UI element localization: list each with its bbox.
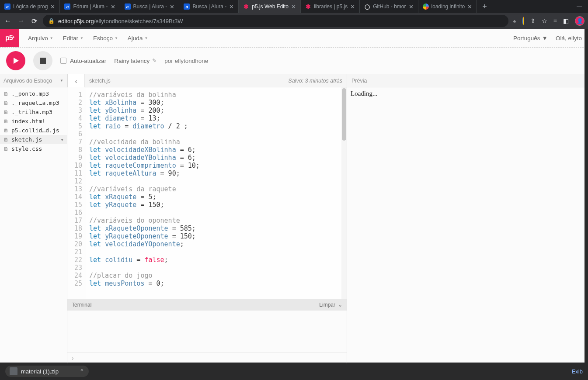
file-item[interactable]: 🗎style.css xyxy=(0,144,67,153)
bookmark-icon[interactable]: ☆ xyxy=(542,17,547,24)
file-icon: 🗎 xyxy=(3,146,9,152)
menu-ajuda[interactable]: Ajuda▼ xyxy=(128,35,148,41)
browser-tab[interactable]: aLógica de prog✕ xyxy=(0,0,60,13)
alura-favicon: a xyxy=(184,3,190,10)
app-topbar: p5* Arquivo▼Editar▼Esboço▼Ajuda▼ Portugu… xyxy=(0,29,588,47)
chevron-up-icon[interactable]: ⌃ xyxy=(80,368,84,375)
file-item[interactable]: 🗎._raquet…a.mp3 xyxy=(0,98,67,107)
sidebar-header[interactable]: Arquivos do Esboço ▼ xyxy=(0,74,67,87)
url-host: editor.p5js.org xyxy=(58,18,94,24)
chevron-down-icon: ▼ xyxy=(144,36,148,40)
browser-addressbar: ← → ⟳ 🔒 editor.p5js.org/ellytondhone/ske… xyxy=(0,13,588,29)
file-item[interactable]: 🗎p5.collid…d.js xyxy=(0,126,67,135)
reload-button[interactable]: ⟳ xyxy=(30,17,38,25)
menu-esboço[interactable]: Esboço▼ xyxy=(93,35,118,41)
console: Terminal Limpar ⌄ › xyxy=(67,299,347,363)
url-field[interactable]: 🔒 editor.p5js.org/ellytondhone/sketches/… xyxy=(43,15,508,27)
reading-list-icon[interactable]: ≡ xyxy=(553,17,557,24)
author-link[interactable]: ellytondhone xyxy=(175,58,209,64)
share-icon[interactable]: ⇪ xyxy=(530,17,536,24)
alura-favicon: a xyxy=(64,3,70,10)
close-icon[interactable]: ✕ xyxy=(50,3,55,10)
file-icon: 🗎 xyxy=(3,100,9,106)
url-path: /ellytondhone/sketches/7s349Br3W xyxy=(94,18,183,24)
language-selector[interactable]: Português▼ xyxy=(513,35,548,41)
auto-refresh-toggle[interactable]: Auto-atualizar xyxy=(60,58,106,64)
browser-tab[interactable]: aBusca | Alura -✕ xyxy=(179,0,239,13)
code-editor[interactable]: 1234567891011121314151617181920212223242… xyxy=(67,87,347,299)
p5-editor-app: p5* Arquivo▼Editar▼Esboço▼Ajuda▼ Portugu… xyxy=(0,29,588,363)
browser-tab[interactable]: loading infinito✕ xyxy=(418,0,477,13)
sketch-name[interactable]: Rainy latency xyxy=(114,58,150,64)
forward-button[interactable]: → xyxy=(17,17,25,25)
browser-tab[interactable]: ✱libraries | p5.js✕ xyxy=(301,0,360,13)
file-item[interactable]: 🗎._trilha.mp3 xyxy=(0,107,67,117)
code-area[interactable]: //variáveis da bolinhalet xBolinha = 300… xyxy=(86,87,347,299)
file-item[interactable]: 🗎sketch.js▼ xyxy=(0,135,67,144)
chevron-down-icon: ⌄ xyxy=(338,302,342,308)
menu-arquivo[interactable]: Arquivo▼ xyxy=(28,35,53,41)
console-input[interactable]: › xyxy=(67,352,347,363)
checkbox-icon xyxy=(60,58,66,64)
browser-tabbar: aLógica de prog✕aFórum | Alura -✕aBusca … xyxy=(0,0,588,13)
line-gutter: 1234567891011121314151617181920212223242… xyxy=(67,87,86,299)
close-icon[interactable]: ✕ xyxy=(170,3,174,10)
editor-scrollbar[interactable] xyxy=(341,87,347,299)
profile-avatar[interactable]: 👤 xyxy=(575,16,585,26)
download-show-all[interactable]: Exib xyxy=(572,368,583,375)
stop-button[interactable] xyxy=(33,51,52,70)
tab-title: loading infinito xyxy=(431,3,465,10)
panel-icon[interactable]: ◧ xyxy=(563,17,569,24)
save-status: Salvo: 3 minutos atrás xyxy=(288,78,342,84)
p5-favicon: ✱ xyxy=(243,3,249,10)
browser-tab[interactable]: ✱p5.js Web Edito✕ xyxy=(239,0,301,13)
preview-body: Loading... xyxy=(347,87,588,363)
chevron-down-icon: ▼ xyxy=(80,36,84,40)
collapse-sidebar-button[interactable]: ‹ xyxy=(67,74,85,87)
user-greeting[interactable]: Olá, ellyto xyxy=(556,35,582,41)
tab-title: Fórum | Alura - xyxy=(73,3,108,10)
chevron-down-icon: ▼ xyxy=(60,79,63,83)
edit-icon[interactable]: ✎ xyxy=(152,58,157,64)
page-scrollbar[interactable] xyxy=(585,29,588,363)
close-icon[interactable]: ✕ xyxy=(467,3,472,10)
console-clear-button[interactable]: Limpar ⌄ xyxy=(319,302,342,308)
close-icon[interactable]: ✕ xyxy=(229,3,234,10)
chevron-down-icon: ▼ xyxy=(50,36,53,40)
toolbar: Auto-atualizar Rainy latency ✎ por ellyt… xyxy=(0,48,588,74)
menu-editar[interactable]: Editar▼ xyxy=(63,35,84,41)
alura-favicon: a xyxy=(125,3,131,10)
console-output xyxy=(67,311,347,352)
tab-title: Busca | Alura - xyxy=(192,3,226,10)
tab-title: GitHub - bmor xyxy=(373,3,406,10)
browser-tab[interactable]: aFórum | Alura -✕ xyxy=(60,0,120,13)
tab-title: libraries | p5.js xyxy=(314,3,348,10)
back-button[interactable]: ← xyxy=(3,17,12,25)
close-icon[interactable]: ✕ xyxy=(409,3,414,10)
file-item[interactable]: 🗎._ponto.mp3 xyxy=(0,89,67,98)
play-button[interactable] xyxy=(6,51,25,70)
close-icon[interactable]: ✕ xyxy=(111,3,115,10)
window-minimize[interactable]: ― xyxy=(577,3,582,10)
alura-favicon: a xyxy=(4,3,10,10)
tab-title: Busca | Alura - xyxy=(133,3,167,10)
file-icon: 🗎 xyxy=(3,137,9,143)
p5-logo[interactable]: p5* xyxy=(0,29,19,47)
browser-tab[interactable]: ◯GitHub - bmor✕ xyxy=(360,0,418,13)
cast-icon[interactable]: ⟐ xyxy=(513,18,516,24)
current-file: sketch.js xyxy=(89,78,111,84)
preview-header: Prévia xyxy=(347,74,588,87)
close-icon[interactable]: ✕ xyxy=(291,3,296,10)
file-sidebar: Arquivos do Esboço ▼ 🗎._ponto.mp3🗎._raqu… xyxy=(0,74,67,363)
file-item[interactable]: 🗎index.html xyxy=(0,117,67,126)
window-controls: ― xyxy=(571,3,588,10)
browser-tab[interactable]: aBusca | Alura -✕ xyxy=(120,0,180,13)
new-tab-button[interactable]: + xyxy=(477,2,492,11)
gh-favicon: ◯ xyxy=(364,3,370,10)
chevron-down-icon[interactable]: ▼ xyxy=(61,138,63,142)
file-icon: 🗎 xyxy=(3,109,9,115)
close-icon[interactable]: ✕ xyxy=(350,3,355,10)
download-item[interactable]: material (1).zip ⌃ xyxy=(5,366,89,377)
google-icon[interactable] xyxy=(522,17,524,24)
console-title: Terminal xyxy=(72,302,91,308)
